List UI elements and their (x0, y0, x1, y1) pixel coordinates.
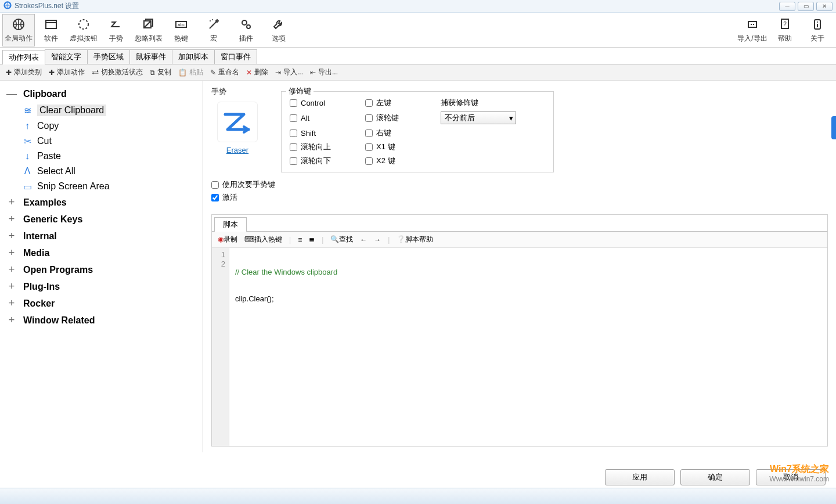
toolbar-macro-label: 宏 (210, 34, 217, 44)
toolbar-about[interactable]: 关于 (801, 14, 834, 46)
apply-button[interactable]: 应用 (605, 469, 675, 485)
tree-item-paste[interactable]: ↓ Paste (2, 149, 200, 164)
tab-loadscript[interactable]: 加卸脚本 (172, 49, 215, 64)
toolbar-ignorelist[interactable]: 忽略列表 (132, 14, 165, 46)
rename-button[interactable]: ✎重命名 (210, 67, 239, 77)
add-action-button[interactable]: ✚添加动作 (49, 67, 85, 77)
toolbar-virtualbtn[interactable]: 虚拟按钮 (67, 14, 100, 46)
copy-button[interactable]: ⧉复制 (150, 67, 171, 77)
delete-button[interactable]: ✕删除 (246, 67, 268, 77)
chk-alt[interactable]: Alt (290, 114, 354, 123)
toolbar-gesture[interactable]: 手势 (100, 14, 132, 46)
code-comment: // Clear the Windows clipboard (235, 268, 337, 276)
chk-x1[interactable]: X1 键 (365, 142, 429, 152)
add-category-button[interactable]: ✚添加类别 (6, 67, 42, 77)
tab-gesturezone[interactable]: 手势区域 (87, 49, 130, 64)
title-text: StrokesPlus.net 设置 (15, 1, 79, 11)
tree-item-snip[interactable]: ▭ Snip Screen Area (2, 179, 200, 194)
gesture-group-title: 手势 (211, 87, 264, 97)
tab-smarttext[interactable]: 智能文字 (45, 49, 88, 64)
chk-shift[interactable]: Shift (290, 129, 354, 138)
line-gutter: 1 2 (212, 248, 229, 446)
minimize-button[interactable]: ─ (779, 2, 795, 11)
toggle-active-button[interactable]: ⮂切换激活状态 (92, 67, 143, 77)
ok-button[interactable]: 确定 (680, 469, 750, 485)
chk-left[interactable]: 左键 (365, 98, 429, 108)
outdent-icon[interactable]: ≣ (309, 236, 315, 244)
tree-cat-plugins[interactable]: +Plug-Ins (2, 278, 200, 295)
tree-item-copy[interactable]: ↑ Copy (2, 118, 200, 134)
chk-right[interactable]: 右键 (365, 128, 429, 138)
expand-icon: + (6, 264, 17, 276)
help-icon: ❔ (397, 235, 405, 243)
tab-actionlist[interactable]: 动作列表 (2, 50, 45, 64)
tree-item-cut[interactable]: ✂ Cut (2, 134, 200, 149)
tree-cat-examples[interactable]: +Examples (2, 194, 200, 211)
tree-cat-rocker[interactable]: +Rocker (2, 295, 200, 312)
edge-slider[interactable] (831, 116, 836, 139)
import-button[interactable]: ⇥导入... (275, 67, 303, 77)
plus-icon: ✚ (6, 69, 12, 77)
tab-mouseevent[interactable]: 鼠标事件 (129, 49, 172, 64)
import-export-icon (745, 16, 759, 33)
prev-icon[interactable]: ← (360, 236, 367, 244)
toolbar-macro[interactable]: 宏 (197, 14, 230, 46)
stack-icon (142, 16, 156, 33)
chk-control[interactable]: Control (290, 99, 354, 107)
svg-rect-13 (748, 21, 756, 27)
delete-icon: ✕ (246, 69, 252, 77)
capture-modifier-select[interactable]: 不分前后▾ (441, 111, 516, 124)
tree-cat-media[interactable]: +Media (2, 244, 200, 261)
action-bar: ✚添加类别 ✚添加动作 ⮂切换激活状态 ⧉复制 📋粘贴 ✎重命名 ✕删除 ⇥导入… (0, 64, 836, 81)
toolbar-plugins-label: 插件 (239, 34, 253, 44)
gesture-link[interactable]: Eraser (211, 146, 264, 154)
tree-item-selectall[interactable]: Λ Select All (2, 164, 200, 179)
find-button[interactable]: 🔍查找 (330, 235, 353, 244)
toolbar-ignorelist-label: 忽略列表 (135, 34, 163, 44)
import-icon: ⇥ (275, 69, 281, 77)
chk-wheel[interactable]: 滚轮键 (365, 113, 429, 123)
toolbar-options[interactable]: 选项 (262, 14, 295, 46)
export-button[interactable]: ⇤导出... (310, 67, 338, 77)
arrow-down-icon: ↓ (21, 151, 34, 161)
tree-cat-clipboard[interactable]: —Clipboard (2, 85, 200, 102)
svg-point-10 (212, 19, 213, 20)
script-help-button[interactable]: ❔脚本帮助 (397, 235, 433, 244)
indent-icon[interactable]: ≡ (298, 236, 302, 244)
chk-wheelup[interactable]: 滚轮向上 (290, 142, 354, 152)
toolbar-importexport[interactable]: 导入/导出 (736, 14, 769, 46)
toolbar-global[interactable]: 全局动作 (2, 14, 35, 46)
toolbar-importexport-label: 导入/导出 (737, 34, 767, 44)
cancel-button[interactable]: 取消 (756, 469, 826, 485)
tree-item-clear-clipboard[interactable]: ≋ Clear Clipboard (2, 102, 200, 118)
insert-hotkey-button[interactable]: ⌨插入热键 (244, 235, 282, 244)
svg-rect-1 (46, 20, 56, 28)
tree-cat-windowrelated[interactable]: +Window Related (2, 312, 200, 329)
record-button[interactable]: ◉录制 (218, 235, 237, 244)
scissors-icon: ✂ (21, 136, 34, 147)
chk-secondary-gesture[interactable]: 使用次要手势键 (211, 179, 828, 190)
chk-wheeldown[interactable]: 滚轮向下 (290, 156, 354, 166)
tab-windowevent[interactable]: 窗口事件 (214, 49, 257, 64)
chk-activate[interactable]: 激活 (211, 192, 828, 203)
paste-button[interactable]: 📋粘贴 (178, 67, 203, 77)
toolbar-hotkey[interactable]: abc 热键 (165, 14, 197, 46)
tree-cat-generickeys[interactable]: +Generic Keys (2, 211, 200, 228)
maximize-button[interactable]: ▭ (798, 2, 814, 11)
next-icon[interactable]: → (374, 236, 381, 244)
tree-cat-internal[interactable]: +Internal (2, 228, 200, 244)
gesture-preview[interactable] (217, 102, 258, 142)
svg-point-11 (242, 20, 247, 25)
toolbar-software[interactable]: 软件 (35, 14, 67, 46)
chk-x2[interactable]: X2 键 (365, 156, 429, 166)
tab-script[interactable]: 脚本 (214, 217, 247, 232)
toolbar-plugins[interactable]: 插件 (230, 14, 262, 46)
toolbar-software-label: 软件 (44, 34, 58, 44)
code-editor[interactable]: 1 2 // Clear the Windows clipboard clip.… (212, 248, 827, 446)
expand-icon: + (6, 247, 17, 259)
script-section: 脚本 ◉录制 ⌨插入热键 | ≡ ≣ | 🔍查找 ← → | ❔脚本帮助 1 2 (211, 214, 828, 447)
toolbar-help[interactable]: ? 帮助 (769, 14, 801, 46)
close-button[interactable]: ✕ (816, 2, 833, 11)
tree-cat-openprograms[interactable]: +Open Programs (2, 261, 200, 278)
zigzag-icon (109, 16, 123, 33)
